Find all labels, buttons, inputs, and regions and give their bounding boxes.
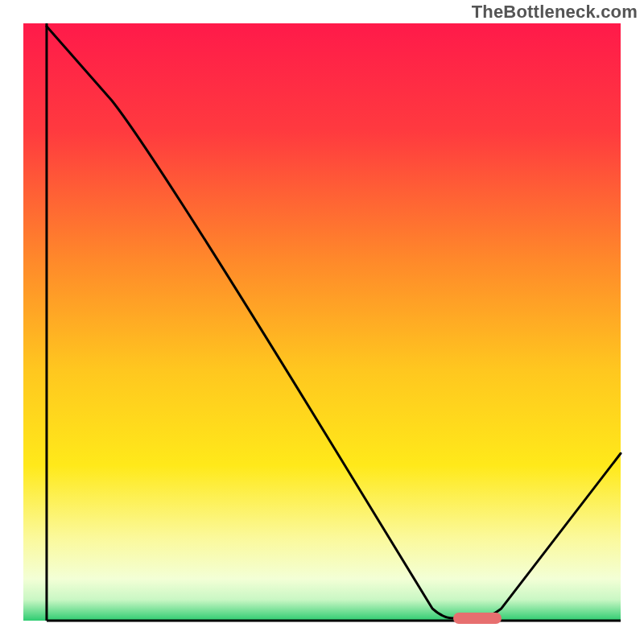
gradient-background [23,23,621,621]
bottleneck-chart [0,0,644,644]
chart-canvas: TheBottleneck.com [0,0,644,644]
optimal-range-marker [453,613,501,624]
